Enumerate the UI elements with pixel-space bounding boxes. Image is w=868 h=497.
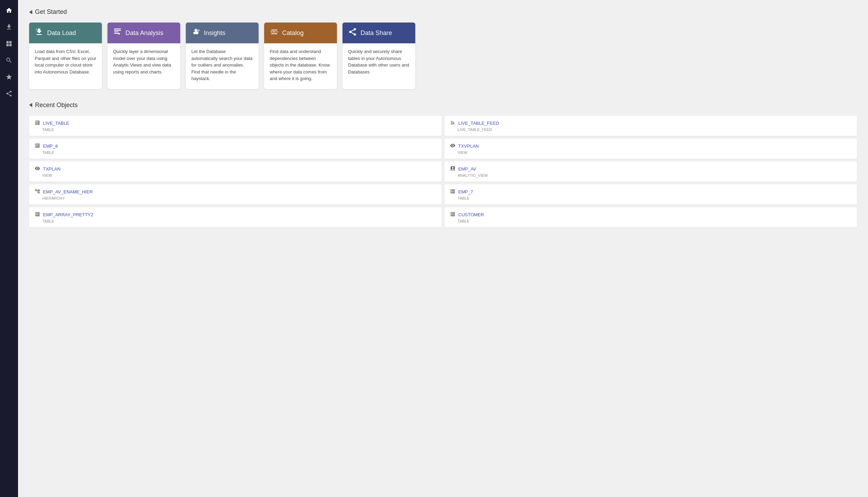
sidebar-item-data-load[interactable] (2, 20, 16, 34)
recent-item-emp-8[interactable]: EMP_8 TABLE (29, 139, 442, 159)
table-icon-3 (450, 189, 455, 195)
insights-icon (191, 27, 200, 38)
hierarchy-icon (35, 189, 40, 195)
svg-point-2 (197, 29, 200, 32)
recent-objects-section: Recent Objects LIVE_TABLE TABLE LI (29, 102, 857, 227)
collapse-triangle-icon[interactable] (29, 10, 32, 14)
get-started-header: Get Started (29, 8, 857, 16)
recent-item-live-table[interactable]: LIVE_TABLE TABLE (29, 116, 442, 136)
sidebar-item-star[interactable] (2, 70, 16, 84)
card-data-analysis[interactable]: Data Analysis Quickly layer a dimensiona… (107, 23, 180, 89)
card-data-analysis-header: Data Analysis (107, 23, 180, 43)
svg-point-1 (194, 29, 198, 32)
recent-objects-title: Recent Objects (35, 102, 78, 109)
card-data-share-title: Data Share (361, 29, 392, 37)
card-data-load-header: Data Load (29, 23, 102, 43)
data-load-icon (35, 27, 44, 38)
view-icon-2 (35, 166, 40, 172)
card-data-analysis-title: Data Analysis (125, 29, 163, 37)
view-icon (450, 143, 455, 149)
card-catalog-body: Find data and understand dependencies be… (264, 43, 337, 89)
card-data-share-header: Data Share (342, 23, 415, 43)
svg-point-4 (349, 31, 351, 33)
card-data-load-title: Data Load (47, 29, 76, 37)
recent-item-customer[interactable]: CUSTOMER TABLE (444, 207, 857, 227)
card-insights-body: Let the Database automatically search yo… (186, 43, 259, 89)
card-data-load-body: Load data from CSV, Excel, Parquet and o… (29, 43, 102, 82)
svg-line-6 (351, 33, 354, 34)
svg-point-3 (354, 28, 356, 30)
recent-item-txvplan[interactable]: TXVPLAN VIEW (444, 139, 857, 159)
table-icon-5 (450, 211, 455, 218)
recent-item-emp-array-pretty2[interactable]: EMP_ARRAY_PRETTY2 TABLE (29, 207, 442, 227)
card-catalog-title: Catalog (282, 29, 304, 37)
card-data-share[interactable]: Data Share Quickly and securely share ta… (342, 23, 415, 89)
table-icon (35, 120, 40, 127)
catalog-icon (270, 27, 279, 38)
cards-grid: Data Load Load data from CSV, Excel, Par… (29, 23, 857, 89)
sidebar-item-grid[interactable] (2, 37, 16, 51)
card-insights[interactable]: Insights Let the Database automatically … (186, 23, 259, 89)
recent-item-emp-7[interactable]: EMP_7 TABLE (444, 184, 857, 204)
sidebar-item-share[interactable] (2, 87, 16, 101)
recent-item-emp-av[interactable]: EMP_AV ANALYTIC_VIEW (444, 162, 857, 182)
recent-objects-grid: LIVE_TABLE TABLE LIVE_TABLE_FEED LIVE_TA… (29, 116, 857, 227)
table-icon-2 (35, 143, 40, 149)
svg-point-5 (354, 33, 356, 36)
recent-item-txplan[interactable]: TXPLAN VIEW (29, 162, 442, 182)
svg-rect-0 (36, 28, 37, 30)
card-catalog[interactable]: Catalog Find data and understand depende… (264, 23, 337, 89)
sidebar-item-home[interactable] (2, 3, 16, 17)
recent-item-emp-av-ename-hier[interactable]: EMP_AV_ENAME_HIER HIERARCHY (29, 184, 442, 204)
get-started-title: Get Started (35, 8, 67, 16)
feed-icon (450, 120, 455, 127)
recent-item-live-table-feed[interactable]: LIVE_TABLE_FEED LIVE_TABLE_FEED (444, 116, 857, 136)
card-data-load[interactable]: Data Load Load data from CSV, Excel, Par… (29, 23, 102, 89)
analytic-view-icon (450, 166, 455, 172)
data-share-icon (348, 27, 357, 38)
card-catalog-header: Catalog (264, 23, 337, 43)
table-icon-4 (35, 211, 40, 218)
sidebar (0, 0, 18, 497)
card-data-analysis-body: Quickly layer a dimensional model over y… (107, 43, 180, 82)
card-insights-title: Insights (204, 29, 225, 37)
svg-line-7 (351, 30, 354, 31)
main-content: Get Started Data Load Load data from CSV… (18, 0, 868, 497)
sidebar-item-search[interactable] (2, 53, 16, 67)
card-data-share-body: Quickly and securely share tables in you… (342, 43, 415, 82)
collapse-triangle-recent-icon[interactable] (29, 103, 32, 107)
recent-objects-header: Recent Objects (29, 102, 857, 109)
card-insights-header: Insights (186, 23, 259, 43)
data-analysis-icon (113, 27, 122, 38)
get-started-section: Get Started Data Load Load data from CSV… (29, 8, 857, 89)
